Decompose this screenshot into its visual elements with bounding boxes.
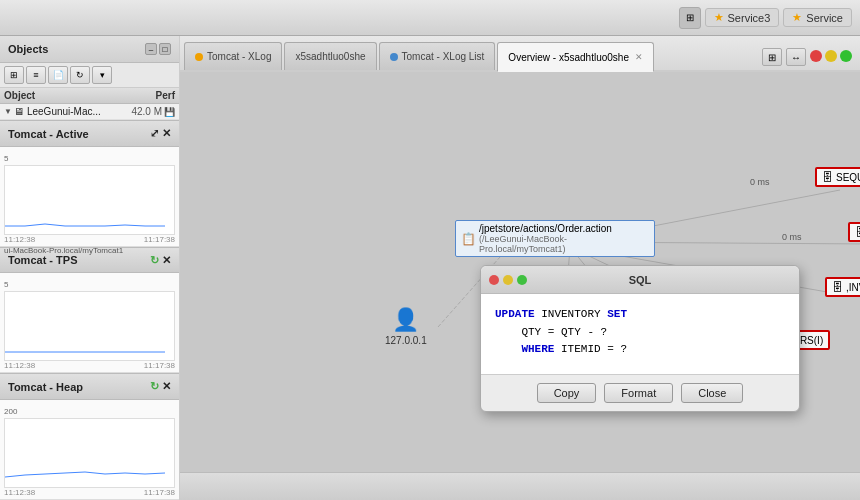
node-sequence-s[interactable]: 🗄 SEQUENCE(S) (815, 167, 860, 187)
tps-chart: 5 11:12:38 11:17:38 (0, 273, 179, 373)
node-icon: 📋 (461, 232, 476, 246)
tree-item-main[interactable]: ▼ 🖥 LeeGunui-Mac... 42.0 M 💾 (0, 104, 179, 120)
db-icon: 🗄 (822, 171, 833, 183)
sql-modal-header: SQL (481, 266, 799, 294)
active-chart: 5 11:12:38 11:17:38 ui-MacBook-Pro.local… (0, 147, 179, 247)
star-icon: ★ (714, 11, 724, 24)
svg-text:0 ms: 0 ms (782, 232, 802, 242)
sql-modal: SQL UPDATE INVENTORY SET QTY = QTY - ? W… (480, 265, 800, 412)
svg-text:0 ms: 0 ms (750, 177, 770, 187)
heap-chart-area (4, 418, 175, 488)
active-chart-area (4, 165, 175, 235)
diagram-area: 0 ms 0 ms (2) 1 ms 3 ms (2) 0 ms 0 ms 0 … (180, 72, 860, 472)
active-maximize[interactable]: ⤢ (150, 127, 159, 140)
modal-traffic-lights (489, 275, 527, 285)
sql-modal-footer: Copy Format Close (481, 374, 799, 411)
central-node[interactable]: 📋 /jpetstore/actions/Order.action (/LeeG… (455, 220, 655, 257)
heap-close[interactable]: ✕ (162, 380, 171, 393)
tps-refresh[interactable]: ↻ (150, 254, 159, 267)
sql-content: UPDATE INVENTORY SET QTY = QTY - ? WHERE… (481, 294, 799, 374)
db-icon3: 🗄 (832, 281, 843, 293)
active-close[interactable]: ✕ (162, 127, 171, 140)
window-max[interactable] (840, 50, 852, 62)
copy-button[interactable]: Copy (537, 383, 597, 403)
top-bar: ⊞ ★ Service3 ★ Service (0, 0, 860, 36)
tb-icon1[interactable]: ⊞ (4, 66, 24, 84)
db-icon2: 🗄 (855, 226, 860, 238)
tab-tomcat-xlog[interactable]: Tomcat - XLog (184, 42, 282, 70)
tab-close-overview[interactable]: ✕ (635, 52, 643, 62)
col-header: Object Perf (0, 88, 179, 104)
tps-chart-area (4, 291, 175, 361)
heap-refresh[interactable]: ↻ (150, 380, 159, 393)
close-button[interactable]: Close (681, 383, 743, 403)
server-icon: 🖥 (14, 106, 24, 117)
format-button[interactable]: Format (604, 383, 673, 403)
service-tab[interactable]: ★ Service (783, 8, 852, 27)
modal-dot-red (489, 275, 499, 285)
tb-icon4[interactable]: ↻ (70, 66, 90, 84)
tab-dot-xlog (195, 53, 203, 61)
toolbar-row: ⊞ ≡ 📄 ↻ ▾ (0, 63, 179, 88)
window-close[interactable] (810, 50, 822, 62)
tab-ctrl-1[interactable]: ⊞ (762, 48, 782, 66)
sql-modal-title: SQL (629, 274, 652, 286)
objects-title: Objects (8, 43, 48, 55)
node-sequence-u[interactable]: 🗄 ,SEQUENCE(U) (848, 222, 860, 242)
bottom-bar (180, 472, 860, 500)
user-icon: 👤 (392, 307, 419, 333)
service3-tab[interactable]: ★ Service3 (705, 8, 780, 27)
section-heap: Tomcat - Heap ↻ ✕ (0, 373, 179, 400)
top-bar-icon[interactable]: ⊞ (679, 7, 701, 29)
user-node: 👤 127.0.0.1 (385, 307, 427, 346)
window-min[interactable] (825, 50, 837, 62)
node-inventory-u[interactable]: 🗄 ,INVENTORY(U) (825, 277, 860, 297)
tb-icon5[interactable]: ▾ (92, 66, 112, 84)
tb-icon2[interactable]: ≡ (26, 66, 46, 84)
modal-dot-yellow (503, 275, 513, 285)
tab-x5sadh[interactable]: x5sadhtluo0she (284, 42, 376, 70)
disk-icon: 💾 (164, 107, 175, 117)
tree-triangle: ▼ (4, 107, 12, 116)
modal-dot-green (517, 275, 527, 285)
heap-chart: 200 11:12:38 11:17:38 (0, 400, 179, 500)
tab-xlog-list[interactable]: Tomcat - XLog List (379, 42, 496, 70)
tab-dot-list (390, 53, 398, 61)
objects-header: Objects – □ (0, 36, 179, 63)
tab-ctrl-2[interactable]: ↔ (786, 48, 806, 66)
minimize-btn[interactable]: – (145, 43, 157, 55)
tab-overview[interactable]: Overview - x5sadhtluo0she ✕ (497, 42, 654, 72)
tps-close[interactable]: ✕ (162, 254, 171, 267)
star-icon2: ★ (792, 11, 802, 24)
tb-icon3[interactable]: 📄 (48, 66, 68, 84)
tab-controls: ⊞ ↔ (762, 48, 860, 70)
tab-bar: Tomcat - XLog x5sadhtluo0she Tomcat - XL… (180, 36, 860, 72)
section-active: Tomcat - Active ⤢ ✕ (0, 120, 179, 147)
maximize-btn[interactable]: □ (159, 43, 171, 55)
left-panel: Objects – □ ⊞ ≡ 📄 ↻ ▾ Object Perf ▼ 🖥 Le… (0, 36, 180, 500)
